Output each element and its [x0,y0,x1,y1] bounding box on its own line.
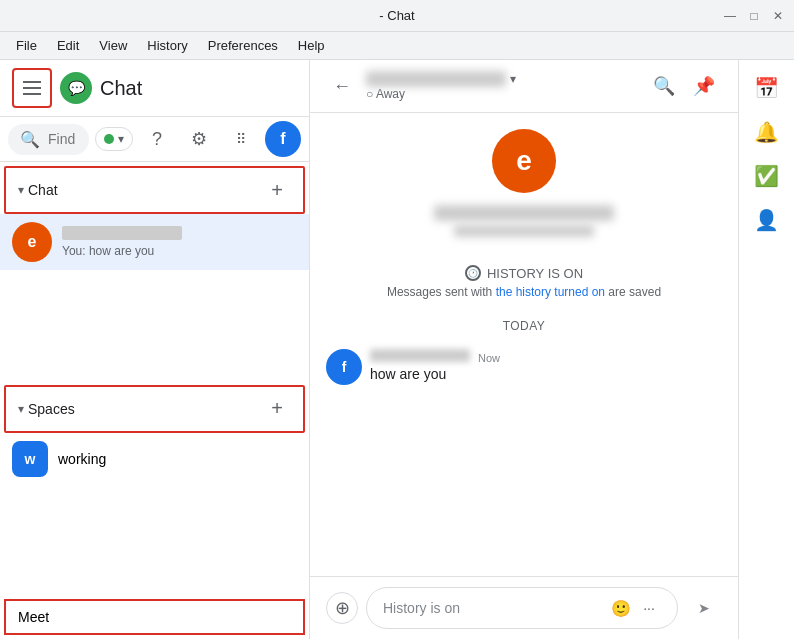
user-avatar[interactable]: f [265,121,301,157]
menu-edit[interactable]: Edit [49,34,87,57]
spaces-section-header: ▾ Spaces + [4,385,305,433]
right-tasks-icon[interactable]: 🔔 [747,112,787,152]
minimize-button[interactable]: — [722,8,738,24]
chat-pin-button[interactable]: 📌 [686,68,722,104]
message-content: Now how are you [370,349,722,382]
app-container: 💬 Chat 🔍 ▾ ? ⚙ ⠿ f ▾ Chat + [0,60,794,639]
space-name: working [58,451,106,467]
add-space-button[interactable]: + [263,395,291,423]
chat-search-button[interactable]: 🔍 [646,68,682,104]
chat-preview-text: You: how are you [62,244,297,258]
spaces-section-label-group[interactable]: ▾ Spaces [18,401,75,417]
back-button[interactable]: ← [326,70,358,102]
chat-logo: 💬 [60,72,92,104]
spaces-section-label: Spaces [28,401,75,417]
chat-section-label: Chat [28,182,58,198]
add-chat-button[interactable]: + [263,176,291,204]
contact-large-avatar: e [492,129,556,193]
main-chat: ← ▾ ○ Away 🔍 📌 e 🕐 HISTORY IS ON [310,60,738,639]
input-icons: 🙂 ··· [609,596,661,620]
history-banner: 🕐 HISTORY IS ON Messages sent with the h… [326,265,722,299]
status-button[interactable]: ▾ [95,127,133,151]
chat-status: ○ Away [366,87,638,101]
history-clock-icon: 🕐 [465,265,481,281]
chat-contact-name-blurred [366,71,506,87]
message-sender-avatar: f [326,349,362,385]
message-text: how are you [370,366,722,382]
search-bar[interactable]: 🔍 [8,124,89,155]
chat-chevron-icon: ▾ [18,183,24,197]
attach-button[interactable]: ⊕ [326,592,358,624]
send-button[interactable]: ➤ [686,590,722,626]
meet-section[interactable]: Meet [4,599,305,635]
titlebar-title: - Chat [379,8,414,23]
chat-header-info: ▾ ○ Away [366,71,638,101]
more-options-button[interactable]: ··· [637,596,661,620]
titlebar: - Chat — □ ✕ [0,0,794,32]
right-calendar-icon[interactable]: 📅 [747,68,787,108]
chat-input-area: ⊕ History is on 🙂 ··· ➤ [310,576,738,639]
close-button[interactable]: ✕ [770,8,786,24]
chat-header: ← ▾ ○ Away 🔍 📌 [310,60,738,113]
chat-app-title: Chat [100,77,142,100]
history-on-text: HISTORY IS ON [487,266,583,281]
right-contacts-icon[interactable]: 👤 [747,200,787,240]
message-row: f Now how are you [326,349,722,385]
chat-messages: e 🕐 HISTORY IS ON Messages sent with the… [310,113,738,576]
menu-file[interactable]: File [8,34,45,57]
titlebar-controls: — □ ✕ [722,8,786,24]
help-button[interactable]: ? [139,121,175,157]
sidebar: 💬 Chat 🔍 ▾ ? ⚙ ⠿ f ▾ Chat + [0,60,310,639]
chat-item-info: You: how are you [62,226,297,258]
search-icon: 🔍 [20,130,40,149]
space-avatar: w [12,441,48,477]
chat-contact-name-row: ▾ [366,71,638,87]
menu-help[interactable]: Help [290,34,333,57]
chat-section-header: ▾ Chat + [4,166,305,214]
meet-section-label: Meet [18,609,49,625]
menu-preferences[interactable]: Preferences [200,34,286,57]
chat-section-label-group[interactable]: ▾ Chat [18,182,58,198]
today-divider: TODAY [503,319,546,333]
message-time: Now [478,352,500,364]
chevron-down-icon: ▾ [118,132,124,146]
maximize-button[interactable]: □ [746,8,762,24]
settings-button[interactable]: ⚙ [181,121,217,157]
menu-view[interactable]: View [91,34,135,57]
status-dot [104,134,114,144]
menubar: File Edit View History Preferences Help [0,32,794,60]
hamburger-button[interactable] [12,68,52,108]
right-check-icon[interactable]: ✅ [747,156,787,196]
history-sublabel: Messages sent with the history turned on… [387,285,661,299]
contact-sub-blurred [454,225,594,237]
contact-name-blurred [62,226,182,240]
contact-dropdown-icon[interactable]: ▾ [510,72,516,86]
input-placeholder: History is on [383,600,460,616]
sidebar-header: 💬 Chat [0,60,309,117]
search-input[interactable] [48,131,77,147]
chat-header-icons: 🔍 📌 [646,68,722,104]
apps-button[interactable]: ⠿ [223,121,259,157]
space-list-item[interactable]: w working [0,433,309,485]
message-meta: Now [370,349,722,364]
message-input-box[interactable]: History is on 🙂 ··· [366,587,678,629]
contact-name-center-blurred [434,205,614,221]
chat-list-item[interactable]: e You: how are you [0,214,309,270]
right-sidebar: 📅 🔔 ✅ 👤 [738,60,794,639]
emoji-button[interactable]: 🙂 [609,596,633,620]
message-sender-name-blurred [370,349,470,362]
history-link[interactable]: the history turned on [496,285,605,299]
spaces-chevron-icon: ▾ [18,402,24,416]
menu-history[interactable]: History [139,34,195,57]
contact-avatar: e [12,222,52,262]
history-on-label: 🕐 HISTORY IS ON [465,265,583,281]
hamburger-icon [23,81,41,95]
